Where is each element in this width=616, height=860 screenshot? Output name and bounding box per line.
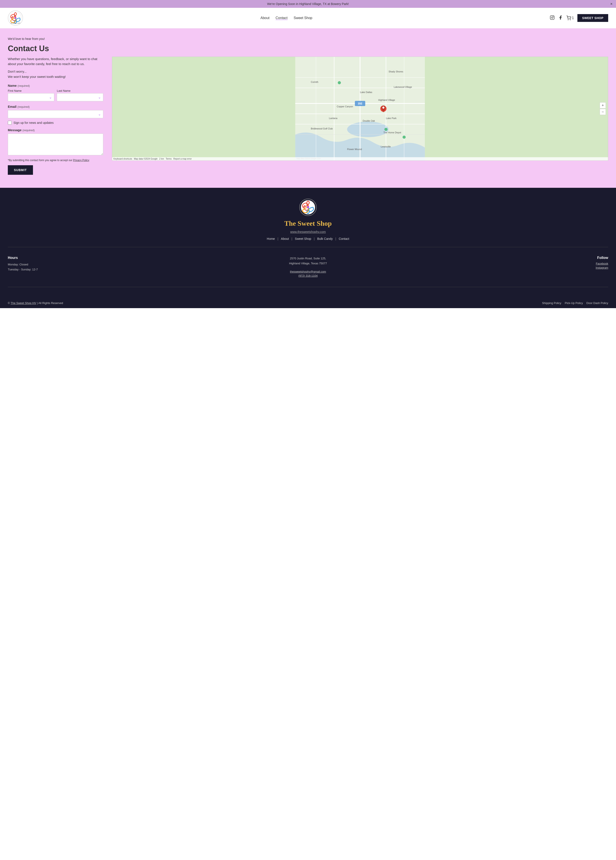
dont-worry: Don't worry... We won't keep your sweet … [8,69,103,79]
announcement-close-btn[interactable]: × [610,2,613,6]
footer-nav-home[interactable]: Home [267,237,275,240]
footer-facebook-link[interactable]: Facebook [408,262,608,265]
follow-col: Follow Facebook Instagram [408,256,608,270]
copyright-text: © The Sweet Shop HV | All Rights Reserve… [8,301,63,304]
message-required: (required) [22,129,35,132]
message-section: Message (required) [8,128,103,156]
email-section: Email (required) ⌄ [8,105,103,118]
nav-about[interactable]: About [261,16,270,20]
name-section: Name (required) First Name ⌄ Last Name [8,84,103,101]
first-name-wrapper: ⌄ [8,93,54,101]
map-scale: 2 km [159,158,164,160]
contact-heading: Contact Us [8,44,608,53]
nav-sweet-shop[interactable]: Sweet Shop [294,16,312,20]
svg-text:Bridlewood Golf Club: Bridlewood Golf Club [311,127,333,130]
first-name-label: First Name [8,89,54,93]
signup-checkbox-row: Sign up for news and updates [8,121,103,125]
svg-point-7 [570,19,570,20]
email-icon: ⌄ [98,112,101,116]
svg-text:Corinth: Corinth [311,81,318,83]
email-label: Email (required) [8,105,103,108]
signup-label: Sign up for news and updates [13,121,53,124]
announcement-text: We're Opening Soon in Highland Village, … [267,2,349,6]
address-col: 2570 Justin Road, Suite 125, Highland Vi… [208,256,408,278]
email-input[interactable] [10,113,98,116]
svg-point-5 [553,16,553,17]
cart-area[interactable]: 1 [566,16,574,20]
shipping-policy-link[interactable]: Shipping Policy [542,301,561,304]
signup-checkbox[interactable] [8,121,12,125]
message-textarea[interactable] [8,133,103,155]
hours-monday: Monday: Closed [8,262,208,267]
hours-col: Hours Monday: Closed Tuesday - Sunday: 1… [8,256,208,272]
instagram-icon[interactable] [550,15,555,21]
footer-website[interactable]: www.thesweetshophv.com [8,230,608,234]
follow-title: Follow [408,256,608,260]
map-terms: Terms [166,158,171,160]
facebook-icon[interactable] [558,15,563,21]
svg-text:Copper Canyon: Copper Canyon [336,105,353,108]
footer-nav-sweet-shop[interactable]: Sweet Shop [295,237,311,240]
footer-phone[interactable]: (972) 318-1104 [208,274,408,277]
logo[interactable]: THE SWEET SHOP [8,10,23,25]
svg-text:Flower Mound: Flower Mound [347,148,362,151]
svg-text:Lakewood Village: Lakewood Village [394,86,412,88]
svg-point-9 [347,122,388,137]
svg-text:Lantana: Lantana [329,117,338,119]
svg-point-40 [402,135,405,138]
map-container[interactable]: 35E Corinth Shady Shores Lakewood Villag… [112,56,608,161]
hours-title: Hours [8,256,208,260]
address-line1: 2570 Justin Road, Suite 125, [208,256,408,261]
svg-text:Shady Shores: Shady Shores [388,70,403,73]
map-zoom-out-btn[interactable]: − [600,109,606,115]
footer-top: The Sweet Shop www.thesweetshophv.com Ho… [0,188,616,298]
svg-text:Lake Dallas: Lake Dallas [360,91,372,93]
svg-text:Highland Village: Highland Village [378,99,395,101]
last-name-input[interactable] [59,96,98,99]
announcement-bar: We're Opening Soon in Highland Village, … [0,0,616,8]
footer-instagram-link[interactable]: Instagram [408,266,608,269]
last-name-wrapper: ⌄ [57,93,103,101]
svg-text:The Home Depot: The Home Depot [383,131,401,134]
name-required: (required) [17,84,30,87]
pickup-policy-link[interactable]: Pick-Up Policy [565,301,583,304]
doordash-policy-link[interactable]: Door Dash Policy [586,301,608,304]
map-zoom-in-btn[interactable]: + [600,102,606,108]
contact-desc: Whether you have questions, feedback, or… [8,56,103,66]
hours-tue-sun: Tuesday - Sunday: 12-7 [8,267,208,272]
svg-point-43 [307,206,309,208]
submit-button[interactable]: SUBMIT [8,165,33,175]
last-name-group: Last Name ⌄ [57,89,103,101]
footer-nav-about[interactable]: About [281,237,289,240]
svg-point-38 [338,81,341,84]
footer-logo [299,199,317,216]
contact-layout: Whether you have questions, feedback, or… [8,56,608,175]
header: THE SWEET SHOP About Contact Sweet Shop [0,8,616,28]
svg-text:Lewisville: Lewisville [381,145,391,148]
privacy-policy-link[interactable]: Privacy Policy [73,159,90,162]
copyright-brand-link[interactable]: The Sweet Shop HV [11,301,36,304]
first-name-group: First Name ⌄ [8,89,54,101]
svg-text:THE SWEET SHOP: THE SWEET SHOP [9,22,21,24]
footer-divider-1 [8,247,608,247]
sweet-shop-header-btn[interactable]: SWEET SHOP [577,14,608,22]
footer-email[interactable]: thesweetshophv@gmail.com [208,270,408,273]
svg-point-1 [14,17,16,19]
contact-form-col: Whether you have questions, feedback, or… [8,56,103,175]
map-footer: Keyboard shortcuts Map data ©2024 Google… [112,157,608,160]
first-name-icon: ⌄ [49,95,52,99]
first-name-input[interactable] [10,96,49,99]
footer-nav-contact[interactable]: Contact [339,237,349,240]
nav-contact[interactable]: Contact [276,16,288,20]
map-report: Report a map error [173,158,192,160]
svg-text:Double Oak: Double Oak [363,119,375,122]
footer-info-row: Hours Monday: Closed Tuesday - Sunday: 1… [8,251,608,282]
footer-brand-name: The Sweet Shop [8,220,608,228]
footer-nav-bulk-candy[interactable]: Bulk Candy [317,237,333,240]
svg-text:Lake Park: Lake Park [386,117,397,119]
message-label: Message (required) [8,128,103,132]
name-label: Name (required) [8,84,103,87]
main-content: We'd love to hear from you! Contact Us W… [0,28,616,188]
svg-rect-3 [550,16,554,19]
contact-intro: We'd love to hear from you! [8,37,608,41]
